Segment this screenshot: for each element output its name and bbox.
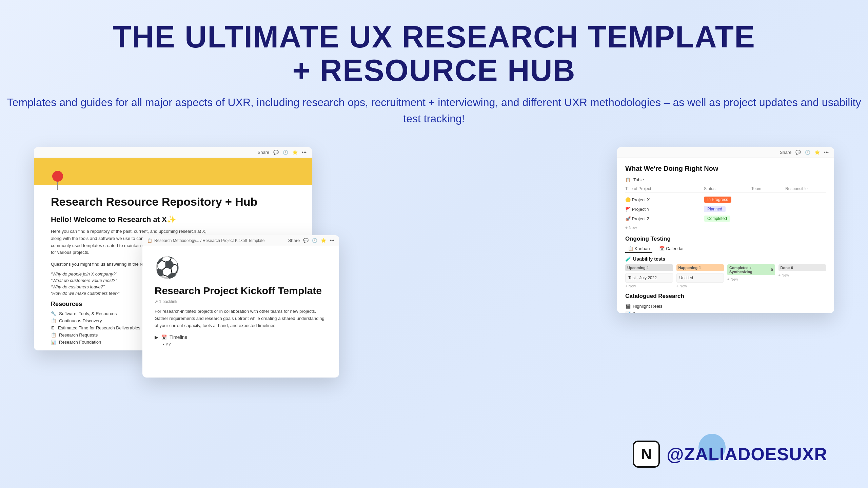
col-team: Team xyxy=(751,186,785,191)
table-row[interactable]: 🚩 Project Y Planned xyxy=(625,204,826,214)
kanban-col-happening: Happening 1 Untitled + New xyxy=(676,264,724,288)
tab-kanban[interactable]: 📋 Kanban xyxy=(625,245,652,253)
win2-comment-icon[interactable]: 💬 xyxy=(303,238,309,243)
calendar-icon: 📅 xyxy=(161,334,167,340)
win3-kanban: Upcoming 1 Test - July 2022 + New Happen… xyxy=(625,264,826,288)
soccer-ball-emoji: ⚽ xyxy=(155,256,327,280)
win3-table-header: 📋 Table xyxy=(625,177,826,182)
col-responsible: Responsible xyxy=(785,186,826,191)
win3-view-tabs: 📋 Kanban 📅 Calendar xyxy=(625,245,826,253)
col-title: Title of Project xyxy=(625,186,704,191)
catalogued-item-1[interactable]: 🎬Highlight Reels xyxy=(625,302,826,310)
kanban-add-synthesizing[interactable]: + New xyxy=(727,277,775,281)
win3-share-button[interactable]: Share xyxy=(780,150,792,155)
table-row[interactable]: 🚀 Project Z Completed xyxy=(625,214,826,223)
win2-star-icon[interactable]: ⭐ xyxy=(321,238,326,243)
kanban-header-synthesizing: Completed + Synthesizing 0 xyxy=(727,264,775,275)
win2-timeline: ▶ 📅 Timeline xyxy=(155,334,327,340)
header: THE ULTIMATE UX RESEARCH TEMPLATE + RESO… xyxy=(0,0,868,140)
kanban-add-upcoming[interactable]: + New xyxy=(625,284,673,288)
col-status: Status xyxy=(704,186,751,191)
kanban-card-untitled[interactable]: Untitled xyxy=(676,273,724,283)
row2-status: Planned xyxy=(704,206,726,212)
row2-title: 🚩 Project Y xyxy=(625,207,704,212)
win3-comment-icon[interactable]: 💬 xyxy=(795,150,801,155)
triangle-icon: ▶ xyxy=(155,334,158,340)
kanban-header-done: Done 0 xyxy=(778,264,826,271)
win2-body: ⚽ Research Project Kickoff Template ↗ 1 … xyxy=(142,246,339,354)
win3-body: What We're Doing Right Now 📋 Table Title… xyxy=(617,158,834,313)
win1-banner xyxy=(34,158,312,185)
usability-icon: 🧪 xyxy=(625,256,631,262)
win3-clock-icon[interactable]: 🕐 xyxy=(805,150,810,155)
win1-greeting: Hello! Welcome to Research at X✨ xyxy=(51,215,295,224)
win1-toolbar: Share 💬 🕐 ⭐ ••• xyxy=(34,147,312,158)
win2-more-icon[interactable]: ••• xyxy=(330,238,334,243)
win3-section2: Ongoing Testing 📋 Kanban 📅 Calendar 🧪 Us… xyxy=(625,236,826,288)
kanban-header-upcoming: Upcoming 1 xyxy=(625,264,673,271)
win1-pin xyxy=(51,170,64,192)
kanban-col-done: Done 0 + New xyxy=(778,264,826,288)
win3-usability-title: 🧪 Usability tests xyxy=(625,256,826,262)
cards-container: Share 💬 🕐 ⭐ ••• Research Resource Reposi… xyxy=(0,140,868,357)
tab-calendar[interactable]: 📅 Calendar xyxy=(656,245,686,253)
comment-icon[interactable]: 💬 xyxy=(273,150,279,155)
timeline-label: Timeline xyxy=(170,334,187,340)
win3-catalogued-title: Catalogued Research xyxy=(625,293,826,300)
row1-title: 🟡 Project X xyxy=(625,197,704,202)
table-row[interactable]: 🟡 Project X In Progress xyxy=(625,195,826,204)
window-right: Share 💬 🕐 ⭐ ••• What We're Doing Right N… xyxy=(617,147,834,313)
svg-point-0 xyxy=(52,171,63,182)
branding: N @ZALIADOESUXR xyxy=(633,441,827,468)
header-subtitle: Templates and guides for all major aspec… xyxy=(7,94,861,127)
row3-status: Completed xyxy=(704,216,730,222)
win2-backlink[interactable]: ↗ 1 backlink xyxy=(155,299,327,304)
more-icon[interactable]: ••• xyxy=(302,150,307,155)
kanban-add-done[interactable]: + New xyxy=(778,273,826,277)
win3-more-icon[interactable]: ••• xyxy=(824,150,829,155)
header-title: THE ULTIMATE UX RESEARCH TEMPLATE + RESO… xyxy=(7,20,861,87)
win3-star-icon[interactable]: ⭐ xyxy=(814,150,820,155)
window-middle: 📋 Research Methodology... / Research Pro… xyxy=(142,235,339,378)
row3-title: 🚀 Project Z xyxy=(625,216,704,221)
kanban-col-synthesizing: Completed + Synthesizing 0 + New xyxy=(727,264,775,288)
win2-share-button[interactable]: Share xyxy=(288,238,300,243)
win2-page-title: Research Project Kickoff Template xyxy=(155,285,327,297)
breadcrumb-icon: 📋 xyxy=(147,238,152,243)
kanban-col-upcoming: Upcoming 1 Test - July 2022 + New xyxy=(625,264,673,288)
win2-clock-icon[interactable]: 🕐 xyxy=(312,238,317,243)
clock-icon[interactable]: 🕐 xyxy=(283,150,288,155)
table-label: Table xyxy=(633,177,644,182)
win3-table-cols: Title of Project Status Team Responsible xyxy=(625,185,826,193)
star-icon[interactable]: ⭐ xyxy=(292,150,298,155)
kanban-card-test[interactable]: Test - July 2022 xyxy=(625,273,673,283)
win2-toolbar: 📋 Research Methodology... / Research Pro… xyxy=(142,235,339,246)
win3-catalogued: Catalogued Research 🎬Highlight Reels 📊Su… xyxy=(625,293,826,313)
win1-page-title: Research Resource Repository + Hub xyxy=(51,195,295,208)
table-icon: 📋 xyxy=(625,177,631,182)
win2-description: For research-initiated projects or in co… xyxy=(155,308,327,329)
win3-section1-title: What We're Doing Right Now xyxy=(625,165,826,172)
share-button[interactable]: Share xyxy=(258,150,270,155)
win3-toolbar: Share 💬 🕐 ⭐ ••• xyxy=(617,147,834,158)
row1-status: In Progress xyxy=(704,197,731,203)
kanban-add-happening[interactable]: + New xyxy=(676,284,724,288)
add-row-button[interactable]: + New xyxy=(625,225,826,230)
notion-logo: N xyxy=(633,441,660,468)
kanban-header-happening: Happening 1 xyxy=(676,264,724,271)
win2-breadcrumb: 📋 Research Methodology... / Research Pro… xyxy=(147,238,265,243)
win3-section2-title: Ongoing Testing xyxy=(625,236,826,242)
branding-handle: @ZALIADOESUXR xyxy=(667,444,827,464)
catalogued-item-2[interactable]: 📊Surveys xyxy=(625,310,826,313)
timeline-item: • YY xyxy=(163,342,327,347)
